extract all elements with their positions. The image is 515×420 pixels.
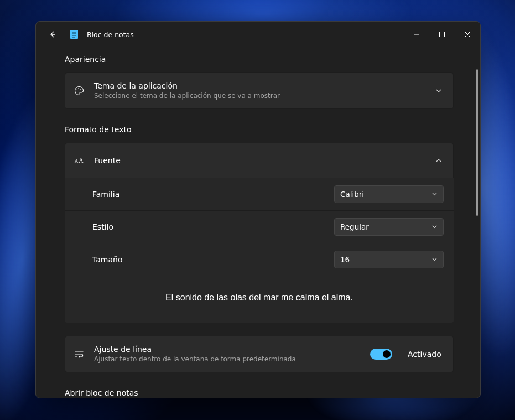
word-wrap-card: Ajuste de línea Ajustar texto dentro de … [65, 336, 454, 372]
font-style-select[interactable]: Regular [334, 218, 444, 236]
font-size-label: Tamaño [92, 255, 334, 264]
scrollbar-thumb[interactable] [476, 69, 478, 216]
chevron-down-icon [431, 224, 438, 230]
wrap-icon [73, 349, 85, 360]
svg-rect-7 [440, 32, 445, 37]
close-button[interactable] [455, 25, 480, 43]
wrap-label: Ajuste de línea [94, 344, 361, 354]
theme-expander[interactable]: Tema de la aplicación Seleccione el tema… [65, 72, 454, 109]
section-title-open-notepad: Abrir bloc de notas [65, 388, 454, 397]
font-size-row: Tamaño 16 [65, 243, 454, 276]
section-title-text-format: Formato de texto [65, 125, 454, 134]
chevron-down-icon [431, 191, 438, 197]
svg-point-11 [78, 88, 79, 89]
wrap-toggle[interactable] [370, 349, 392, 360]
font-label: Fuente [94, 155, 425, 165]
notepad-app-icon [69, 29, 79, 39]
chevron-up-icon [434, 157, 443, 164]
font-family-select[interactable]: Calibri [334, 185, 444, 203]
back-arrow-icon [48, 30, 57, 39]
close-icon [465, 32, 470, 37]
font-style-label: Estilo [92, 222, 334, 231]
font-preview: El sonido de las olas del mar me calma e… [65, 276, 454, 323]
section-title-appearance: Apariencia [65, 55, 454, 64]
minimize-button[interactable] [404, 25, 429, 43]
svg-text:A: A [75, 158, 79, 164]
font-expander[interactable]: AA Fuente [65, 143, 454, 178]
back-button[interactable] [44, 25, 61, 43]
wrap-desc: Ajustar texto dentro de la ventana de fo… [94, 355, 361, 364]
wrap-state-label: Activado [408, 350, 443, 359]
svg-text:A: A [79, 157, 84, 164]
font-family-label: Familia [92, 190, 334, 199]
maximize-icon [439, 32, 445, 37]
chevron-down-icon [434, 87, 443, 94]
font-family-row: Familia Calibri [65, 178, 454, 210]
window-title: Bloc de notas [87, 30, 134, 39]
theme-label: Tema de la aplicación [94, 81, 425, 91]
palette-icon [73, 85, 85, 96]
svg-point-10 [76, 89, 77, 90]
titlebar: Bloc de notas [36, 22, 480, 47]
svg-point-12 [80, 89, 81, 90]
theme-desc: Seleccione el tema de la aplicación que … [94, 92, 425, 101]
font-icon: AA [73, 155, 85, 166]
chevron-down-icon [431, 256, 438, 262]
maximize-button[interactable] [429, 25, 455, 43]
settings-scroll-area[interactable]: Apariencia Tema de la aplicación Selecci… [36, 47, 475, 398]
font-style-row: Estilo Regular [65, 211, 454, 243]
font-size-select[interactable]: 16 [334, 251, 444, 268]
notepad-settings-window: Bloc de notas Apariencia [35, 21, 481, 398]
minimize-icon [414, 32, 419, 37]
